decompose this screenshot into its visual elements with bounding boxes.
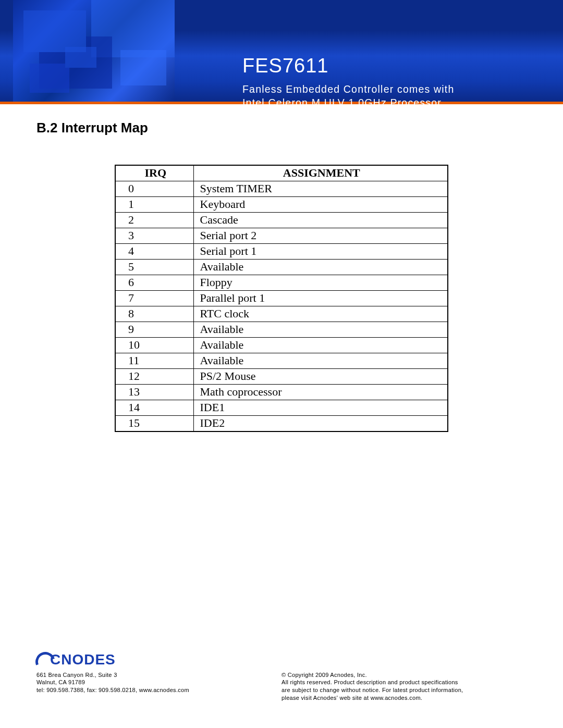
irq-cell: 9 [115, 322, 193, 338]
logo-text: CNODES [50, 651, 116, 668]
table-row: 15IDE2 [115, 416, 448, 432]
col-header-irq: IRQ [115, 165, 193, 181]
header-text-block: FES7611 Fanless Embedded Controller come… [242, 55, 455, 110]
irq-cell: 11 [115, 353, 193, 369]
interrupt-map-table: IRQ ASSIGNMENT 0System TIMER1Keyboard2Ca… [115, 165, 448, 432]
assignment-cell: Available [193, 353, 448, 369]
assignment-cell: Math coprocessor [193, 385, 448, 400]
address-line-2: Walnut, CA 91789 [36, 678, 272, 686]
footer-legal-block: © Copyright 2009 Acnodes, Inc. All right… [282, 671, 527, 702]
assignment-cell: Keyboard [193, 197, 448, 213]
assignment-cell: RTC clock [193, 306, 448, 322]
table-header-row: IRQ ASSIGNMENT [115, 165, 448, 181]
contact-line: tel: 909.598.7388, fax: 909.598.0218, ww… [36, 686, 272, 694]
address-line-1: 661 Brea Canyon Rd., Suite 3 [36, 671, 272, 679]
legal-line-2: are subject to change without notice. Fo… [282, 686, 527, 694]
footer-columns: 661 Brea Canyon Rd., Suite 3 Walnut, CA … [36, 671, 527, 702]
assignment-cell: Serial port 1 [193, 244, 448, 260]
col-header-assignment: ASSIGNMENT [193, 165, 448, 181]
assignment-cell: System TIMER [193, 181, 448, 197]
table-row: 12PS/2 Mouse [115, 369, 448, 385]
irq-cell: 5 [115, 260, 193, 275]
legal-line-3: please visit Acnodes' web site at www.ac… [282, 694, 527, 702]
table-row: 4Serial port 1 [115, 244, 448, 260]
table-row: 5Available [115, 260, 448, 275]
assignment-cell: Serial port 2 [193, 228, 448, 244]
irq-cell: 8 [115, 306, 193, 322]
page-footer: CNODES 661 Brea Canyon Rd., Suite 3 Waln… [36, 651, 527, 702]
irq-cell: 15 [115, 416, 193, 432]
company-logo: CNODES [36, 651, 116, 669]
table-row: 7Parallel port 1 [115, 291, 448, 306]
table-row: 1Keyboard [115, 197, 448, 213]
content-area: B.2 Interrupt Map IRQ ASSIGNMENT 0System… [0, 104, 563, 432]
irq-cell: 6 [115, 275, 193, 291]
assignment-cell: IDE1 [193, 400, 448, 416]
assignment-cell: Available [193, 260, 448, 275]
legal-line-1: All rights reserved. Product description… [282, 678, 527, 686]
irq-cell: 10 [115, 338, 193, 353]
irq-cell: 13 [115, 385, 193, 400]
table-row: 8RTC clock [115, 306, 448, 322]
assignment-cell: Available [193, 322, 448, 338]
table-row: 0System TIMER [115, 181, 448, 197]
irq-cell: 3 [115, 228, 193, 244]
page-header: FES7611 Fanless Embedded Controller come… [0, 0, 563, 102]
table-row: 9Available [115, 322, 448, 338]
footer-logo-row: CNODES [36, 651, 527, 669]
footer-address-block: 661 Brea Canyon Rd., Suite 3 Walnut, CA … [36, 671, 272, 702]
assignment-cell: Parallel port 1 [193, 291, 448, 306]
table-row: 2Cascade [115, 213, 448, 228]
table-row: 6Floppy [115, 275, 448, 291]
logo-arc-icon [36, 651, 49, 669]
subtitle-line-2: Intel Celeron M ULV 1.0GHz Processor [242, 96, 455, 109]
product-title: FES7611 [242, 55, 455, 77]
header-decorative-image [13, 0, 175, 102]
section-heading: B.2 Interrupt Map [36, 120, 527, 136]
irq-cell: 12 [115, 369, 193, 385]
assignment-cell: Cascade [193, 213, 448, 228]
subtitle-line-1: Fanless Embedded Controller comes with [242, 82, 455, 96]
irq-cell: 4 [115, 244, 193, 260]
table-row: 14IDE1 [115, 400, 448, 416]
table-row: 10Available [115, 338, 448, 353]
table-row: 11Available [115, 353, 448, 369]
irq-cell: 1 [115, 197, 193, 213]
assignment-cell: Available [193, 338, 448, 353]
product-subtitle: Fanless Embedded Controller comes with I… [242, 82, 455, 110]
assignment-cell: Floppy [193, 275, 448, 291]
copyright-line: © Copyright 2009 Acnodes, Inc. [282, 671, 527, 679]
assignment-cell: PS/2 Mouse [193, 369, 448, 385]
irq-cell: 0 [115, 181, 193, 197]
irq-cell: 14 [115, 400, 193, 416]
irq-cell: 2 [115, 213, 193, 228]
table-row: 13Math coprocessor [115, 385, 448, 400]
table-row: 3Serial port 2 [115, 228, 448, 244]
irq-cell: 7 [115, 291, 193, 306]
assignment-cell: IDE2 [193, 416, 448, 432]
